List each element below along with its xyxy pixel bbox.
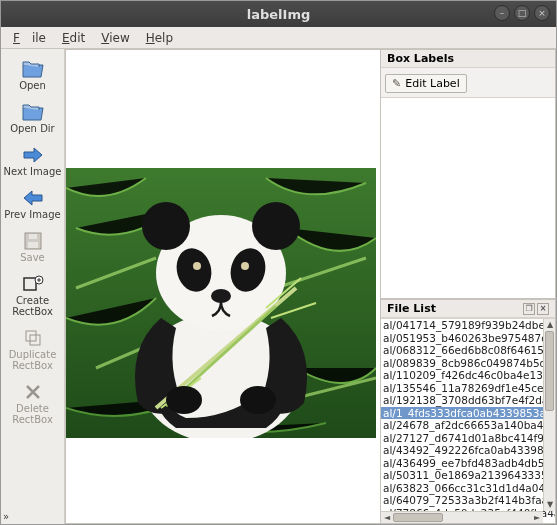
menu-help[interactable]: Help (140, 29, 179, 47)
file-list-item[interactable]: al/64079_72533a3b2f414b3faafebfaa6eee (381, 494, 555, 507)
box-labels-list[interactable] (381, 97, 555, 298)
save-button: Save (1, 225, 64, 268)
edit-label-button[interactable]: ✎ Edit Label (385, 74, 467, 93)
scroll-up-icon[interactable]: ▲ (544, 319, 555, 331)
file-list-item[interactable]: al/051953_b460263be975487d957ed9e33 (381, 332, 555, 345)
edit-label-text: Edit Label (405, 77, 459, 90)
svg-point-14 (193, 262, 201, 270)
vertical-scrollbar[interactable]: ▲ ▼ (543, 319, 555, 511)
canvas[interactable] (65, 49, 381, 524)
svg-point-10 (142, 202, 190, 250)
file-list-item[interactable]: al/135546_11a78269df1e45ceb73b54c872 (381, 382, 555, 395)
duplicate-rect-icon (20, 327, 46, 349)
file-list-item[interactable]: al/43492_492226fca0ab4339853a922e79c (381, 444, 555, 457)
file-list-item[interactable]: al/50311_0e1869a2139643335a79445838a (381, 469, 555, 482)
svg-point-16 (211, 289, 231, 303)
svg-point-11 (252, 202, 300, 250)
svg-rect-6 (30, 335, 40, 345)
file-list-item[interactable]: al/089839_8cb986c049874b5d8caa6e103 (381, 357, 555, 370)
window-title: labelImg (9, 7, 548, 22)
file-list-item[interactable]: al/63823_066cc31c31d1d4a04149d59d8332b (381, 482, 555, 495)
open-label: Open (19, 80, 46, 91)
file-list-item[interactable]: al/110209_f426dc46c0ba4e13bd81ebbe2b (381, 369, 555, 382)
open-button[interactable]: Open (1, 53, 64, 96)
scroll-left-icon[interactable]: ◄ (381, 512, 393, 523)
file-list-item[interactable]: al/068312_66ed6b8c08f6461583b6f3a69c (381, 344, 555, 357)
window-buttons: – □ × (494, 5, 550, 21)
box-labels-dock: Box Labels ✎ Edit Label (381, 49, 556, 299)
maximize-button[interactable]: □ (514, 5, 530, 21)
file-list-item[interactable]: al/436499_ee7bfd483adb4db5bd16c7af5f (381, 457, 555, 470)
scroll-right-icon[interactable]: ► (531, 512, 543, 523)
box-labels-header: Box Labels (381, 50, 555, 68)
menu-edit[interactable]: Edit (56, 29, 91, 47)
pencil-icon: ✎ (392, 77, 401, 90)
dock-float-button[interactable]: ❐ (523, 303, 535, 315)
next-image-label: Next Image (4, 166, 62, 177)
create-rect-label: Create RectBox (12, 295, 53, 317)
file-list-title: File List (387, 302, 436, 315)
close-button[interactable]: × (534, 5, 550, 21)
file-list-item[interactable]: al/27127_d6741d01a8bc414f97803f5e3a5 (381, 432, 555, 445)
svg-point-18 (240, 386, 276, 414)
loaded-image (66, 168, 376, 438)
left-toolbar: Open Open Dir Next Image Prev Image (1, 49, 65, 524)
duplicate-rect-label: Duplicate RectBox (9, 349, 57, 371)
save-label: Save (20, 252, 45, 263)
arrow-left-icon (20, 187, 46, 209)
folder-dir-icon (20, 101, 46, 123)
create-rect-icon (20, 273, 46, 295)
duplicate-rectbox-button: Duplicate RectBox (1, 322, 64, 376)
menu-view[interactable]: View (95, 29, 135, 47)
prev-image-button[interactable]: Prev Image (1, 182, 64, 225)
box-labels-title: Box Labels (387, 52, 454, 65)
arrow-right-icon (20, 144, 46, 166)
prev-image-label: Prev Image (4, 209, 60, 220)
file-list-item[interactable]: al/041714_579189f939b24dbeaabbff03c3 (381, 319, 555, 332)
scroll-down-icon[interactable]: ▼ (544, 499, 555, 511)
file-list-item[interactable]: al/192138_3708dd63bf7e4f2dafea675680 (381, 394, 555, 407)
svg-rect-2 (29, 234, 37, 239)
file-list-header: File List ❐ × (381, 300, 555, 318)
delete-rect-label: Delete RectBox (12, 403, 53, 425)
horizontal-scrollbar[interactable]: ◄ ► (381, 511, 543, 523)
minimize-button[interactable]: – (494, 5, 510, 21)
file-list[interactable]: al/041714_579189f939b24dbeaabbff03c3al/0… (381, 318, 555, 523)
titlebar: labelImg – □ × (1, 1, 556, 27)
svg-rect-1 (28, 242, 38, 248)
open-dir-button[interactable]: Open Dir (1, 96, 64, 139)
open-dir-label: Open Dir (10, 123, 54, 134)
right-panel: Box Labels ✎ Edit Label File List ❐ × (381, 49, 556, 524)
svg-point-17 (166, 386, 202, 414)
save-icon (20, 230, 46, 252)
svg-rect-3 (24, 278, 36, 290)
toolbar-overflow-icon[interactable]: » (3, 511, 9, 522)
app-window: labelImg – □ × File Edit View Help Open … (0, 0, 557, 525)
svg-rect-5 (26, 331, 36, 341)
file-list-item[interactable]: al/24678_af2dc66653a140ba481fa88db52 (381, 419, 555, 432)
file-list-dock: File List ❐ × al/041714_579189f939b24dbe… (381, 299, 556, 524)
dock-close-button[interactable]: × (537, 303, 549, 315)
create-rectbox-button[interactable]: Create RectBox (1, 268, 64, 322)
next-image-button[interactable]: Next Image (1, 139, 64, 182)
folder-open-icon (20, 58, 46, 80)
v-scroll-thumb[interactable] (545, 331, 554, 411)
svg-point-15 (241, 262, 249, 270)
menubar: File Edit View Help (1, 27, 556, 49)
file-list-item[interactable]: al/1_4fds333dfca0ab4339853a9.jpg (381, 407, 555, 420)
h-scroll-thumb[interactable] (393, 513, 443, 522)
menu-file[interactable]: File (7, 29, 52, 47)
edit-label-row: ✎ Edit Label (381, 68, 555, 97)
delete-rectbox-button: Delete RectBox (1, 376, 64, 430)
delete-rect-icon (20, 381, 46, 403)
